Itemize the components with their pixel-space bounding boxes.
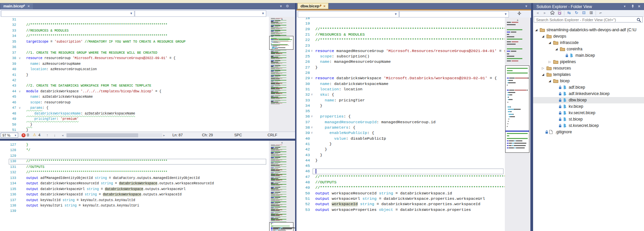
code-line-45: 45: [296, 163, 505, 169]
tree-item-adf.bicep[interactable]: adf.bicep: [533, 84, 644, 91]
scroll-left-icon[interactable]: ◂: [62, 134, 64, 137]
tree-item-main.bicep[interactable]: main.bicep: [533, 52, 644, 59]
pin-icon[interactable]: [22, 4, 26, 8]
tree-item-dbw.bicep[interactable]: dbw.bicep: [533, 97, 644, 103]
home-icon[interactable]: [549, 10, 555, 16]
code-line-46: 46: [296, 169, 505, 174]
warning-icon[interactable]: ⚠: [33, 133, 36, 137]
tab-main-bicep[interactable]: main.bicep ×: [1, 3, 33, 9]
scroll-right-icon[interactable]: ▸: [163, 134, 165, 137]
code-line-25: 25 scope: subscription(): [296, 54, 505, 59]
bicep-icon: [563, 117, 567, 122]
split-window-button[interactable]: [515, 11, 524, 17]
folder-icon: [540, 28, 545, 33]
next-issue-icon[interactable]: ↓: [54, 133, 56, 137]
tree-item-st.kvsecret.bicep[interactable]: st.kvsecret.bicep: [533, 123, 644, 129]
fold-collapse-icon[interactable]: ∨: [311, 125, 313, 130]
left-nav-types-dropdown[interactable]: ▼: [1, 10, 134, 17]
code-editor-main-bicep-top[interactable]: 3132//**********************************…: [0, 17, 269, 132]
tree-item-.gitignore[interactable]: .gitignore: [533, 129, 644, 135]
column-indicator: Ch: 29: [202, 133, 213, 137]
tree-item-devops[interactable]: ◢devops: [533, 33, 644, 40]
zoom-level-select[interactable]: 97 %▼: [1, 133, 18, 138]
left-nav-members-dropdown[interactable]: ▼: [135, 10, 266, 17]
tree-item-resources[interactable]: ▷resources: [533, 65, 644, 72]
line-number: 41: [0, 73, 16, 78]
fold-collapse-icon[interactable]: ∨: [311, 114, 313, 119]
back-icon[interactable]: ◂: [534, 10, 540, 16]
scroll-up-icon[interactable]: ▲: [505, 18, 530, 21]
chevron-expanded-icon[interactable]: ◢: [535, 28, 537, 32]
middle-nav-members-dropdown[interactable]: ▼: [399, 11, 509, 17]
tree-item-st.bicep[interactable]: st.bicep: [533, 116, 644, 123]
fold-collapse-icon[interactable]: ∨: [311, 92, 313, 97]
minimap-dbw-bicep[interactable]: ▲: [505, 17, 530, 231]
code-line-48: 48 databricksWorkspaceName: azDatabricks…: [0, 111, 269, 117]
line-number: 44: [296, 158, 310, 163]
fold-collapse-icon[interactable]: ∨: [311, 130, 313, 136]
tree-item-pipelines[interactable]: ▷pipelines: [533, 59, 644, 65]
folder-icon: [547, 73, 552, 78]
chevron-expanded-icon[interactable]: ◢: [549, 79, 551, 83]
error-badge-icon[interactable]: ✕: [22, 133, 26, 137]
close-icon[interactable]: ×: [323, 4, 325, 8]
fold-collapse-icon[interactable]: ∨: [311, 76, 313, 81]
horizontal-scrollbar-thumb[interactable]: [67, 133, 138, 137]
window-position-icon[interactable]: ▾: [624, 4, 626, 8]
tree-item-label: streamlining-databricks-with-devops-and-…: [547, 28, 636, 32]
tree-item-coreinfra[interactable]: ◢coreinfra: [533, 46, 644, 52]
code-line-129: 129: [0, 153, 269, 159]
scroll-up-icon[interactable]: ▲: [269, 141, 295, 144]
tree-item-templates[interactable]: ◢templates: [533, 72, 644, 78]
prev-issue-icon[interactable]: ↑: [46, 133, 48, 137]
fold-collapse-icon[interactable]: ∨: [19, 56, 21, 61]
code-line-19: 19: [296, 21, 505, 26]
chevron-expanded-icon[interactable]: ◢: [549, 41, 551, 44]
close-icon[interactable]: ×: [28, 4, 30, 8]
encoding-indicator: SPC: [234, 133, 242, 137]
chevron-down-icon[interactable]: ▾: [280, 4, 282, 8]
tree-item-infrascode[interactable]: ◢infrascode: [533, 40, 644, 46]
code-line-131: 131//OUTPUTS: [0, 165, 269, 170]
chevron-expanded-icon[interactable]: ◢: [542, 35, 544, 38]
code-editor-dbw-bicep[interactable]: 181920//********************************…: [296, 17, 505, 231]
tree-item-streamlining-databricks-with-devops-and-adf-c-u[interactable]: ◢streamlining-databricks-with-devops-and…: [533, 27, 644, 33]
tab-dbw-bicep[interactable]: dbw.bicep ×: [297, 3, 328, 9]
refresh-icon[interactable]: ↻: [573, 10, 579, 16]
gear-icon[interactable]: ⚙: [286, 4, 289, 8]
fold-collapse-icon[interactable]: ∨: [311, 48, 313, 54]
fold-collapse-icon[interactable]: ∨: [19, 105, 21, 111]
tree-item-kv.secret.bicep[interactable]: kv.secret.bicep: [533, 110, 644, 116]
forward-icon[interactable]: ▸: [542, 10, 548, 16]
solution-explorer-titlebar[interactable]: Solution Explorer - Folder View ▾ ×: [533, 3, 644, 10]
tree-item-bicep[interactable]: ◢bicep: [533, 78, 644, 84]
chevron-collapsed-icon[interactable]: ▷: [542, 66, 544, 70]
close-icon[interactable]: ×: [638, 4, 640, 9]
middle-nav-types-dropdown[interactable]: ▼: [298, 11, 399, 17]
tree-item-kv.bicep[interactable]: kv.bicep: [533, 103, 644, 110]
code-editor-main-bicep-bottom[interactable]: 127}128*/129130//***********************…: [0, 141, 269, 231]
fold-collapse-icon[interactable]: ∨: [19, 89, 21, 94]
pin-icon[interactable]: [631, 4, 635, 9]
code-line-41: 41 }: [296, 141, 505, 147]
minimap-main-bicep-bottom[interactable]: ▲: [269, 141, 295, 231]
line-number: 36: [296, 114, 310, 119]
tree-item-adf.linkedservice.bicep[interactable]: adf.linkedservice.bicep: [533, 91, 644, 97]
preview-selected-items-icon[interactable]: ⌐: [598, 10, 604, 16]
chevron-expanded-icon[interactable]: ◢: [542, 73, 544, 76]
minimap-main-bicep-top[interactable]: ▲: [269, 17, 295, 132]
show-all-files-icon[interactable]: ⊞: [588, 10, 594, 16]
code-line-24: 24∨resource managedResourceGroup 'Micros…: [296, 48, 505, 54]
search-input[interactable]: [535, 17, 633, 22]
line-number: 51: [0, 128, 16, 132]
pin-icon[interactable]: [319, 4, 322, 8]
chevron-expanded-icon[interactable]: ◢: [555, 47, 558, 51]
chevron-collapsed-icon[interactable]: ▷: [549, 60, 551, 63]
chevron-down-icon[interactable]: ▾: [525, 4, 527, 8]
horizontal-scrollbar[interactable]: [66, 133, 162, 137]
sync-with-active-document-icon[interactable]: [557, 10, 563, 16]
switch-views-icon[interactable]: ⇆: [566, 10, 572, 16]
code-line-35: 35targetScope = 'subscription' //MANDATO…: [0, 39, 269, 45]
collapse-all-icon[interactable]: ⊟: [581, 10, 587, 16]
code-line-18: 18: [296, 17, 505, 21]
